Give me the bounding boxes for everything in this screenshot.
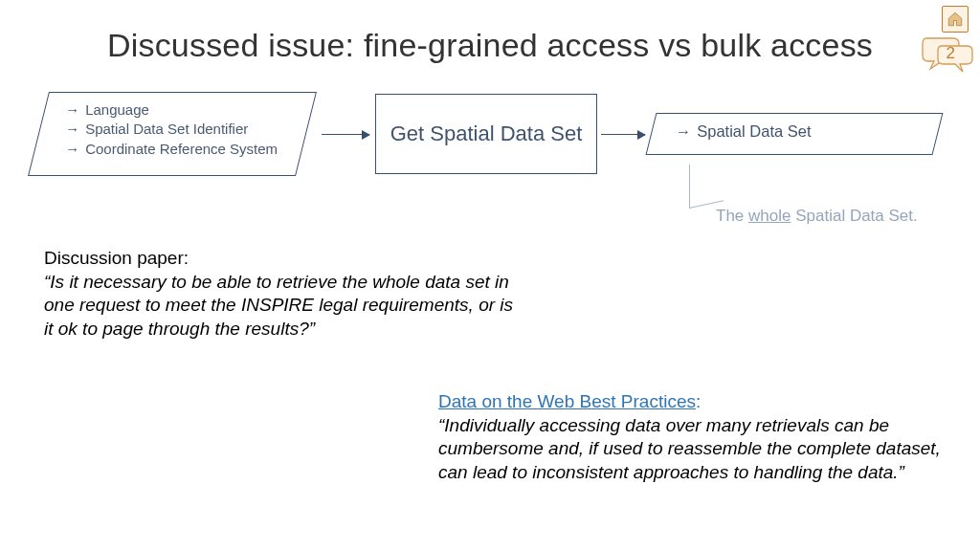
- input-item: →Coordinate Reference System: [65, 140, 291, 159]
- house-icon: [947, 11, 964, 28]
- process-box: Get Spatial Data Set: [375, 94, 597, 174]
- slide-title: Discussed issue: fine-grained access vs …: [0, 27, 980, 64]
- input-item: →Language: [65, 100, 291, 120]
- discussion-quote: “Is it necessary to be able to retrieve …: [44, 271, 523, 342]
- home-icon[interactable]: [942, 6, 969, 33]
- connector-arrow: [322, 134, 369, 135]
- slide: Discussed issue: fine-grained access vs …: [0, 0, 980, 551]
- arrow-icon: →: [676, 118, 692, 144]
- annotation-connector: [689, 157, 724, 209]
- best-practices-quote: “Individually accessing data over many r…: [438, 415, 941, 482]
- discussion-heading: Discussion paper:: [44, 247, 523, 271]
- arrow-icon: →: [65, 120, 79, 139]
- best-practices-link[interactable]: Data on the Web Best Practices: [438, 391, 696, 411]
- input-parallelogram: →Language →Spatial Data Set Identifier →…: [28, 92, 317, 176]
- connector-arrow: [601, 134, 645, 135]
- arrow-icon: →: [65, 140, 79, 159]
- discussion-paragraph: Discussion paper: “Is it necessary to be…: [44, 247, 523, 342]
- output-parallelogram: →Spatial Data Set: [646, 113, 944, 155]
- input-item: →Spatial Data Set Identifier: [65, 120, 291, 139]
- best-practices-paragraph: Data on the Web Best Practices: “Individ…: [438, 390, 965, 485]
- annotation-text: The whole Spatial Data Set.: [716, 207, 918, 226]
- arrow-icon: →: [65, 100, 79, 120]
- flow-diagram: →Language →Spatial Data Set Identifier →…: [38, 92, 942, 197]
- bubble-number: 2: [947, 44, 955, 63]
